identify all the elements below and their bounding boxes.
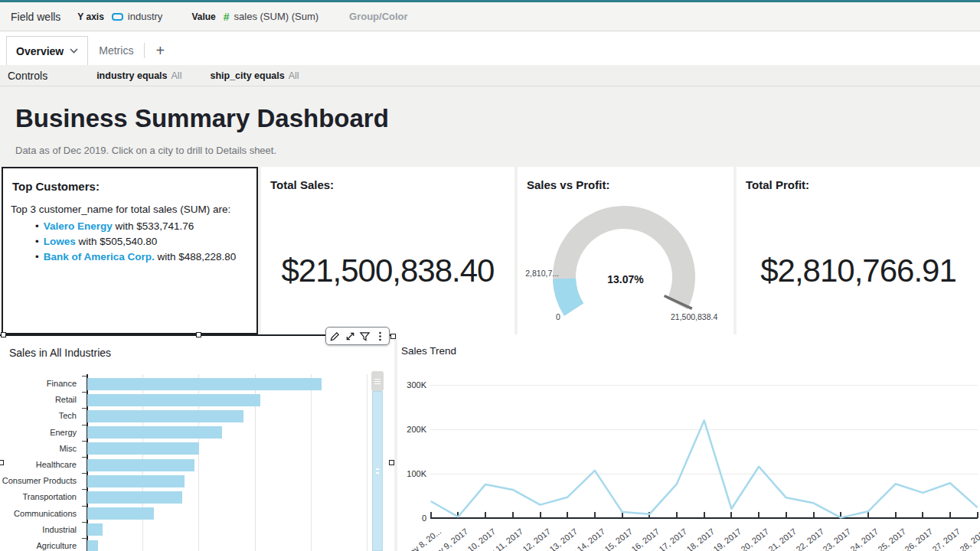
expand-maximize-icon[interactable] — [345, 331, 356, 342]
visual-sales-by-industry-bars[interactable]: Sales in All Industries FinanceRetailTec… — [0, 334, 394, 551]
top-customers-list: Valero Energy with $533,741.76 Lowes wit… — [35, 219, 236, 265]
top-customers-title: Top Customers: — [12, 180, 100, 193]
chevron-down-icon[interactable] — [70, 48, 78, 54]
control-industry[interactable]: industry equals All — [96, 70, 181, 81]
controls-bar: Controls industry equals All ship_city e… — [0, 65, 980, 86]
tab-metrics[interactable]: Metrics — [88, 36, 144, 65]
y-axis-label: 300K — [397, 380, 426, 390]
gridline — [367, 374, 368, 551]
axis-tick — [594, 512, 596, 518]
page-title: Business Summary Dashboard — [15, 104, 389, 133]
total-profit-title: Total Profit: — [746, 178, 809, 191]
selection-handle-mid-left[interactable] — [0, 460, 4, 465]
total-sales-value: $21,500,838.40 — [261, 253, 514, 289]
bar[interactable] — [87, 540, 98, 551]
gridline — [430, 429, 978, 430]
customer-amount: with $533,741.76 — [113, 220, 194, 232]
axis-tick — [840, 512, 841, 518]
y-axis-field: industry — [128, 11, 163, 22]
visual-total-profit-kpi[interactable]: Total Profit: $2,810,766.91 — [737, 167, 980, 334]
bar-chart-title: Sales in All Industries — [9, 347, 111, 359]
bar[interactable] — [87, 491, 182, 504]
bar[interactable] — [87, 426, 222, 439]
total-profit-value: $2,810,766.91 — [737, 253, 980, 289]
axis-tick — [430, 512, 432, 518]
visual-sales-trend-line[interactable]: Sales Trend 300K200K100K0Nov 8, 20...Nov… — [397, 334, 980, 551]
selection-handle-top-center[interactable] — [196, 332, 201, 337]
controls-label: Controls — [8, 70, 47, 82]
bar[interactable] — [87, 475, 185, 487]
list-item: Valero Energy with $533,741.76 — [35, 219, 236, 234]
bar[interactable] — [87, 507, 154, 520]
vertical-scrollbar[interactable] — [371, 371, 384, 551]
bar[interactable] — [87, 523, 103, 536]
selection-handle-mid-right[interactable] — [389, 460, 394, 465]
scrollbar-zoom-handle[interactable] — [371, 371, 384, 391]
list-item: Bank of America Corp. with $488,228.80 — [35, 249, 236, 265]
axis-tick — [82, 457, 87, 458]
selection-handle-top-left[interactable] — [1, 332, 6, 337]
axis-tick — [949, 512, 951, 518]
gridline — [311, 374, 312, 551]
axis-tick — [82, 506, 87, 507]
axis-tick — [485, 512, 486, 518]
bar[interactable] — [87, 378, 322, 390]
selection-handle-top-right[interactable] — [390, 334, 396, 339]
add-sheet-button[interactable]: + — [145, 36, 175, 65]
control-ship-city[interactable]: ship_city equals All — [210, 70, 299, 81]
tab-overview-label: Overview — [16, 45, 64, 57]
category-label: Healthcare — [0, 460, 82, 469]
scrollbar-thumb[interactable] — [372, 391, 383, 551]
customer-amount: with $505,540.80 — [76, 236, 158, 247]
customer-link[interactable]: Lowes — [44, 236, 76, 247]
visual-total-sales-kpi[interactable]: Total Sales: $21,500,838.40 — [261, 167, 514, 334]
control-industry-value[interactable]: All — [172, 70, 182, 81]
y-axis-label: 0 — [397, 514, 426, 523]
customer-amount: with $488,228.80 — [155, 251, 237, 262]
filter-funnel-icon[interactable] — [359, 331, 371, 342]
visual-hover-toolbar — [325, 327, 390, 345]
axis-tick — [82, 425, 87, 425]
axis-tick — [82, 489, 87, 490]
customer-link[interactable]: Bank of America Corp. — [44, 251, 155, 262]
bar[interactable] — [87, 410, 243, 422]
bar[interactable] — [87, 442, 199, 455]
field-wells-label: Field wells — [11, 11, 60, 23]
gauge-arc — [518, 167, 733, 334]
axis-tick — [895, 512, 897, 518]
axis-tick — [457, 512, 459, 518]
axis-tick — [82, 441, 87, 442]
bar[interactable] — [87, 394, 260, 406]
axis-tick — [82, 376, 87, 377]
category-label: Transportation — [0, 492, 82, 501]
bar[interactable] — [87, 459, 194, 471]
customer-link[interactable]: Valero Energy — [44, 220, 113, 232]
category-label: Finance — [0, 379, 82, 388]
edit-pencil-icon[interactable] — [329, 331, 341, 342]
axis-tick — [758, 512, 760, 518]
axis-tick — [567, 512, 568, 518]
control-ship-city-name: ship_city equals — [210, 70, 284, 81]
axis-tick — [82, 473, 87, 474]
field-well-value[interactable]: Value # sales (SUM) (Sum) — [191, 11, 318, 23]
gauge-max-label: 21,500,838.4 — [671, 312, 717, 321]
y-axis-label: 100K — [397, 469, 426, 478]
tab-overview[interactable]: Overview — [6, 36, 88, 65]
category-label: Misc — [0, 444, 82, 453]
visual-top-customers-insight[interactable]: Top Customers: Top 3 customer_name for t… — [2, 167, 258, 334]
axis-tick — [540, 512, 541, 518]
field-well-y-axis[interactable]: Y axis industry — [77, 11, 162, 22]
value-field: sales (SUM) (Sum) — [234, 11, 319, 22]
axis-tick — [730, 512, 732, 518]
control-ship-city-value[interactable]: All — [289, 70, 299, 81]
visual-sales-vs-profit-gauge[interactable]: Sales vs Profit: 13.07% 2,810,7... 0 21,… — [518, 167, 733, 334]
y-axis-label: Y axis — [77, 11, 103, 22]
field-well-group-color[interactable]: Group/Color — [349, 11, 408, 22]
category-label: Industrial — [0, 525, 82, 534]
category-label: Energy — [0, 428, 82, 437]
measure-hash-icon: # — [224, 11, 230, 23]
axis-tick — [704, 512, 705, 518]
trend-chart-title: Sales Trend — [401, 345, 456, 357]
y-axis-label: 200K — [397, 425, 426, 434]
kebab-menu-icon[interactable] — [374, 331, 386, 342]
